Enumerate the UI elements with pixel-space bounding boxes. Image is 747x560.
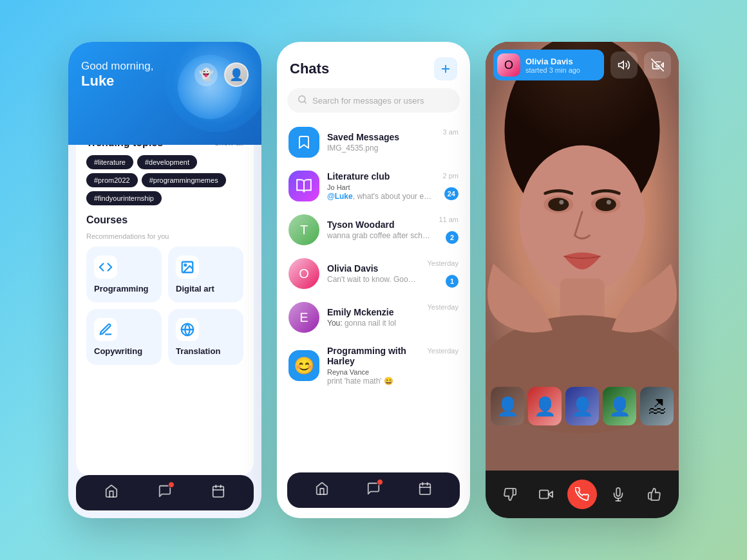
course-card-digital-art[interactable]: Digital art	[168, 247, 243, 303]
copywriting-icon	[94, 318, 117, 341]
nav-messages-icon[interactable]	[158, 484, 172, 501]
speaker-button[interactable]	[610, 51, 638, 79]
username-display: Luke	[81, 73, 153, 89]
olivia-preview: Can't wait to know. Good luck! 😊	[327, 275, 419, 284]
tags-container: #literature #development #prom2022 #prog…	[86, 155, 243, 205]
tyson-name: Tyson Woodard	[327, 219, 431, 230]
course-card-translation[interactable]: Translation	[168, 309, 243, 365]
svg-marker-16	[619, 61, 624, 69]
lit-club-time: 2 pm	[443, 172, 459, 180]
nav-calendar-icon[interactable]	[211, 484, 225, 501]
tag-findyourinternship[interactable]: #findyourinternship	[86, 191, 162, 205]
programming-label: Programming	[94, 284, 149, 294]
phone2-nav-home[interactable]	[315, 481, 329, 499]
emily-name: Emily Mckenzie	[327, 307, 419, 317]
search-bar[interactable]: Search for messages or users	[287, 88, 460, 113]
phone-2: Chats Search for messages or users	[277, 42, 470, 518]
chat-item-tyson[interactable]: T Tyson Woodard wanna grab coffee after …	[279, 208, 468, 252]
chats-header: Chats	[277, 42, 470, 88]
harley-info: Programming with Harley Reyna Vance prin…	[327, 346, 419, 386]
caller-info-block: O Olivia Davis started 3 min ago	[493, 50, 604, 80]
saved-time: 3 am	[443, 128, 459, 136]
lit-club-name: Literature club	[327, 171, 435, 182]
harley-avatar: 😊	[288, 350, 319, 381]
svg-point-20	[519, 145, 645, 294]
svg-rect-12	[420, 484, 431, 495]
search-icon	[298, 95, 307, 106]
courses-subtitle: Recommendations for you	[86, 232, 243, 240]
tag-development[interactable]: #development	[137, 155, 197, 169]
svg-point-25	[548, 198, 569, 211]
tyson-time: 11 am	[439, 216, 459, 223]
emily-time: Yesterday	[427, 303, 459, 311]
phone2-nav-calendar[interactable]	[418, 481, 432, 499]
tyson-badge: 2	[446, 231, 459, 244]
snapchat-icon-button[interactable]: 👻	[194, 63, 218, 86]
caller-name: Olivia Davis	[525, 57, 580, 66]
like-button[interactable]	[639, 480, 669, 509]
tag-literature[interactable]: #literature	[86, 155, 133, 169]
digital-art-label: Digital art	[176, 284, 214, 294]
svg-rect-4	[213, 487, 223, 498]
svg-rect-29	[540, 490, 549, 499]
chat-item-emily[interactable]: E Emily Mckenzie You: gonna nail it lol …	[279, 295, 468, 339]
thumbnail-3[interactable]: 👤	[565, 387, 599, 425]
chat-item-harley[interactable]: 😊 Programming with Harley Reyna Vance pr…	[279, 339, 468, 392]
phone1-header: Good morning, Luke 👻 👤	[68, 42, 261, 145]
phone2-messages-badge	[377, 479, 383, 485]
switch-camera-button[interactable]	[531, 480, 561, 509]
svg-point-1	[184, 264, 186, 266]
tag-programmingmemes[interactable]: #programmingmemes	[142, 173, 226, 187]
thumbnail-1[interactable]: 👤	[491, 387, 524, 425]
caller-avatar: O	[497, 53, 520, 77]
lit-club-preview: Jo Hart @Luke, what's about your essay?	[327, 183, 435, 201]
harley-preview: Reyna Vance print 'hate math' 😄	[327, 368, 419, 386]
saved-preview: IMG_4535.png	[327, 144, 435, 153]
header-icon-group: 👻 👤	[194, 62, 249, 87]
svg-point-28	[607, 200, 611, 205]
dislike-button[interactable]	[495, 480, 525, 509]
video-feed: 👤 👤 👤 👤 🏖	[486, 42, 679, 471]
call-controls	[486, 471, 679, 518]
translation-label: Translation	[176, 346, 220, 356]
greeting-text: Good morning, Luke	[81, 60, 153, 89]
course-card-programming[interactable]: Programming	[86, 247, 162, 303]
add-chat-button[interactable]	[434, 57, 457, 80]
chat-item-saved[interactable]: Saved Messages IMG_4535.png 3 am	[279, 120, 468, 164]
lit-club-badge: 24	[444, 187, 459, 200]
digital-art-icon	[176, 256, 199, 279]
svg-point-26	[596, 198, 616, 211]
tag-prom2022[interactable]: #prom2022	[86, 173, 138, 187]
chat-item-lit-club[interactable]: Literature club Jo Hart @Luke, what's ab…	[279, 164, 468, 208]
thumbnail-5[interactable]: 🏖	[640, 387, 674, 425]
phone-3: O Olivia Davis started 3 min ago	[486, 42, 679, 518]
lit-club-info: Literature club Jo Hart @Luke, what's ab…	[327, 171, 435, 201]
copywriting-label: Copywriting	[94, 346, 142, 356]
thumbnail-4[interactable]: 👤	[603, 387, 636, 425]
call-bar: O Olivia Davis started 3 min ago	[486, 42, 679, 86]
chat-item-olivia[interactable]: O Olivia Davis Can't wait to know. Good …	[279, 252, 468, 295]
phone2-nav-messages[interactable]	[366, 481, 381, 499]
phone2-navigation	[287, 472, 460, 508]
caller-text-block: Olivia Davis started 3 min ago	[525, 57, 580, 74]
thumbnails-strip: 👤 👤 👤 👤 🏖	[491, 387, 674, 425]
user-avatar[interactable]: 👤	[224, 62, 249, 87]
end-call-button[interactable]	[567, 480, 597, 509]
course-card-copywriting[interactable]: Copywriting	[86, 309, 162, 365]
thumbnail-2[interactable]: 👤	[528, 387, 562, 425]
tyson-info: Tyson Woodard wanna grab coffee after sc…	[327, 219, 431, 240]
nav-home-icon[interactable]	[104, 484, 118, 501]
search-placeholder: Search for messages or users	[312, 96, 424, 106]
video-off-button[interactable]	[644, 51, 671, 79]
mute-button[interactable]	[603, 480, 633, 509]
greeting-line: Good morning,	[81, 60, 153, 73]
emily-info: Emily Mckenzie You: gonna nail it lol	[327, 307, 419, 328]
harley-name: Programming with Harley	[327, 346, 419, 366]
courses-section-header: Courses	[86, 214, 243, 226]
programming-icon	[94, 256, 117, 279]
phone1-navigation	[76, 475, 254, 510]
svg-line-11	[304, 101, 306, 103]
chats-title: Chats	[290, 61, 329, 77]
phone-1: Good morning, Luke 👻 👤 Trending topics S…	[68, 42, 261, 518]
saved-avatar	[288, 127, 319, 158]
